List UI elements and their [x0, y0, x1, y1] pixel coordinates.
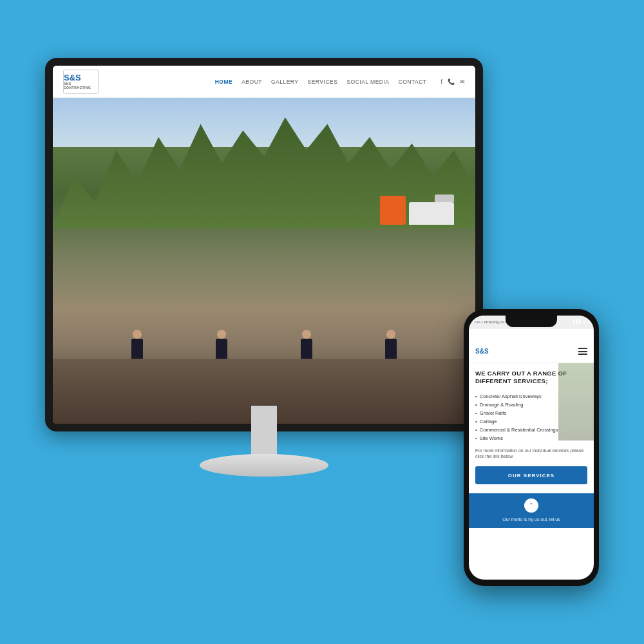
person-head: [133, 330, 142, 339]
hamburger-line-1: [578, 348, 587, 349]
hamburger-line-2: [578, 351, 587, 352]
phone-content: WE CARRY OUT A RANGE OF DIFFERENT SERVIC…: [469, 363, 594, 491]
facebook-icon[interactable]: f: [440, 79, 442, 85]
nav-about[interactable]: ABOUT: [242, 79, 262, 85]
phone-icon[interactable]: 📞: [448, 79, 455, 85]
nav-social-icons: f 📞 ✉: [440, 79, 465, 85]
nav-gallery[interactable]: GALLERY: [271, 79, 299, 85]
phone-frame: 11:34 ▐▐▐ ▲ ▮ snscontracting.co.nz S&S: [464, 309, 599, 586]
hamburger-menu[interactable]: [578, 348, 587, 355]
scene: S&S SNS CONTRACTING HOME ABOUT GALLERY S…: [45, 58, 599, 586]
hero-vehicles: [380, 196, 454, 225]
phone-status-bar: 11:34 ▐▐▐ ▲ ▮: [470, 316, 592, 327]
monitor-frame: S&S SNS CONTRACTING HOME ABOUT GALLERY S…: [45, 58, 483, 431]
person-body: [216, 339, 227, 361]
nav-home[interactable]: HOME: [215, 79, 233, 85]
person-body: [301, 339, 312, 361]
phone-site-nav: S&S: [469, 340, 594, 363]
phone-logo: S&S: [475, 348, 489, 355]
hero-background: [53, 98, 475, 424]
phone-info-text: For more information on our individual s…: [475, 448, 587, 460]
nav-services[interactable]: SERVICES: [308, 79, 338, 85]
nav-social-media[interactable]: SOCIAL MEDIA: [346, 79, 389, 85]
truck: [409, 202, 454, 225]
our-services-button[interactable]: OUR SERVICES: [475, 466, 587, 484]
phone-screen: snscontracting.co.nz S&S WE CARRY OUT A …: [469, 316, 594, 580]
phone-time: 11:34: [473, 319, 484, 324]
logo-box: S&S SNS CONTRACTING: [63, 70, 99, 94]
person-body: [131, 339, 143, 361]
phone-bg-image: [558, 363, 594, 440]
person-head: [386, 330, 395, 339]
signal-icon: ▐▐▐: [572, 319, 580, 323]
excavator: [380, 196, 406, 225]
hero-sky: [53, 98, 475, 147]
logo-text: S&S: [64, 73, 98, 82]
monitor-screen: S&S SNS CONTRACTING HOME ABOUT GALLERY S…: [53, 66, 475, 424]
nav-contact[interactable]: CONTACT: [399, 79, 427, 85]
wifi-icon: ▲: [582, 319, 586, 323]
monitor-neck: [251, 406, 277, 457]
site-logo: S&S SNS CONTRACTING: [63, 70, 115, 94]
person-head: [302, 330, 311, 339]
phone-bottom-section: “ Our motto is try us out, let us: [469, 493, 594, 528]
quote-icon: “: [524, 498, 538, 513]
phone-status-icons: ▐▐▐ ▲ ▮: [572, 319, 590, 324]
nav-links: HOME ABOUT GALLERY SERVICES SOCIAL MEDIA…: [215, 79, 427, 85]
email-icon[interactable]: ✉: [460, 79, 465, 85]
website-hero: [53, 98, 475, 424]
logo-sub-text: SNS CONTRACTING: [64, 82, 98, 90]
desktop-monitor: S&S SNS CONTRACTING HOME ABOUT GALLERY S…: [45, 58, 483, 509]
phone-motto-text: Our motto is try us out, let us: [475, 516, 587, 523]
battery-icon: ▮: [588, 319, 590, 324]
hamburger-line-3: [578, 354, 587, 355]
monitor-base: [200, 454, 328, 477]
website-navbar: S&S SNS CONTRACTING HOME ABOUT GALLERY S…: [53, 66, 475, 98]
person-body: [385, 339, 397, 361]
person-head: [217, 330, 226, 339]
mobile-phone: 11:34 ▐▐▐ ▲ ▮ snscontracting.co.nz S&S: [464, 309, 599, 586]
